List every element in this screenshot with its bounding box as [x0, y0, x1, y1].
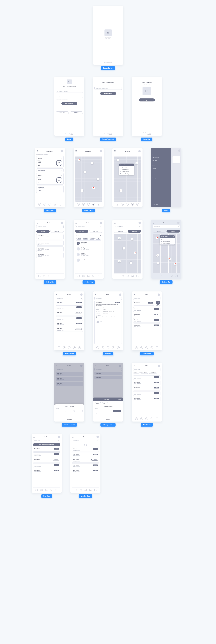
- filter-opt-type[interactable]: Rule Type: [56, 410, 64, 412]
- map-pin-icon[interactable]: 📍: [78, 158, 80, 161]
- search-input[interactable]: Search Rules⚲: [133, 368, 161, 371]
- email-input[interactable]: Example@email.com: [56, 90, 83, 93]
- filter-chip[interactable]: Value 2 ×: [102, 402, 108, 404]
- menu-item-rules[interactable]: Rules: [153, 164, 170, 167]
- nav-filter-icon[interactable]: ▽: [43, 203, 46, 206]
- rule-row[interactable]: Rule NameACTIVE Rule Description: [133, 318, 161, 323]
- last-alarms-toggle[interactable]: Last Alarms⌃ Alarm Level Rule Name: [36, 186, 64, 193]
- device-row[interactable]: Device Name⋯ Device Reading, Feb 2 2020A…: [36, 240, 64, 246]
- search-input[interactable]: Search Alarms⚲: [153, 225, 180, 228]
- tab-readings[interactable]: Readings: [89, 238, 95, 240]
- device-row[interactable]: Device Name⋯ Device Reading, Feb 2 2020A…: [36, 253, 64, 258]
- rule-row[interactable]: Rule NameACTIVE Rule Description: [56, 306, 83, 310]
- search-input[interactable]: Search Rules⚲: [133, 297, 161, 300]
- search-input[interactable]: Search Rules⚲: [56, 297, 83, 300]
- device-row[interactable]: Device Name⋯ Device Reading, Feb 2 2020A…: [36, 246, 64, 252]
- avatar[interactable]: [61, 222, 63, 224]
- map-view[interactable]: 📍 📍 📍 📍 📍 📍: [75, 156, 102, 202]
- tab-overview[interactable]: Overview: [76, 238, 82, 240]
- map-pin-icon[interactable]: 📍: [117, 158, 119, 161]
- map-pin-icon[interactable]: 📍: [81, 189, 83, 192]
- sort-opt[interactable]: Last Edited: [56, 415, 64, 417]
- reset-email-button[interactable]: Get Reset Email: [100, 92, 116, 95]
- new-data-button[interactable]: New Data Available, Update Now: [33, 443, 60, 446]
- menu-icon[interactable]: ☰: [114, 222, 116, 224]
- rule-row[interactable]: Rule NameACTIVE Rule Description: [133, 324, 161, 328]
- search-input[interactable]: Search Alarms⚲: [75, 225, 102, 228]
- filter-opt-date[interactable]: Rule Date: [65, 410, 73, 412]
- rule-row[interactable]: Rule NameINACTIVE Rule Description: [56, 327, 83, 332]
- map-pin-icon[interactable]: 📍: [135, 162, 138, 164]
- seg-map[interactable]: Map View: [50, 230, 64, 233]
- confirm-button[interactable]: CONFIRM: [67, 419, 72, 420]
- confirm-button[interactable]: CONFIRM: [106, 419, 110, 420]
- forgot-back-link[interactable]: I think I remembered it: [94, 96, 122, 97]
- magic-link-button[interactable]: Magic Link: [56, 112, 69, 114]
- close-icon[interactable]: ×: [153, 150, 170, 152]
- map-pin-icon[interactable]: 📍: [91, 162, 93, 164]
- map-view[interactable]: 📍 📍 📍 📍 📍 Device Name× Alarm Level Devic…: [153, 234, 180, 273]
- map-view[interactable]: 📍 📍 📍 Device Name× Alarm Level Device Re…: [114, 156, 141, 202]
- password-input[interactable]: ••••: [56, 95, 83, 98]
- nav-home-icon[interactable]: ⌂: [77, 203, 80, 206]
- forgot-email-input[interactable]: john@development.com: [94, 87, 122, 90]
- map-pin-icon[interactable]: 📍: [84, 170, 86, 173]
- done-button[interactable]: DONE: [118, 399, 121, 400]
- remember-checkbox[interactable]: Remember me & auto login: [56, 98, 83, 100]
- search-input[interactable]: Search Alarms⚲: [114, 225, 141, 228]
- close-icon[interactable]: ×: [173, 236, 174, 237]
- nav-tools-icon[interactable]: ✕: [59, 203, 61, 206]
- nav-moon-icon[interactable]: ◐: [92, 203, 95, 206]
- rule-row[interactable]: Rule Name ACTIVE: [56, 301, 83, 304]
- open-mailbox-button[interactable]: Open My Mailbox: [139, 98, 155, 102]
- menu-item-home[interactable]: Home: [153, 154, 170, 156]
- nav-wifi-icon[interactable]: ⋮: [87, 203, 90, 206]
- nav-filter-icon[interactable]: ▽: [82, 203, 85, 206]
- nav-home-icon[interactable]: ⌂: [38, 203, 41, 206]
- map-pin-icon[interactable]: 📍: [97, 178, 99, 180]
- rule-row[interactable]: Rule NameINACTIVE Rule Description: [133, 312, 161, 317]
- device-row[interactable]: Device Name⋯ Device Reading, Feb 2 2020A…: [36, 234, 64, 240]
- forgot-link[interactable]: Forgot password?: [56, 106, 83, 107]
- avatar[interactable]: [61, 150, 63, 152]
- menu-item-logout[interactable]: ⎋ Log Out: [153, 203, 170, 206]
- menu-icon[interactable]: ☰: [75, 150, 77, 152]
- close-icon[interactable]: ×: [132, 164, 133, 166]
- avatar[interactable]: [100, 222, 102, 224]
- map-pin-icon[interactable]: 📍: [92, 186, 95, 189]
- rule-row[interactable]: Rule NameACTIVE Rule Description: [133, 307, 161, 312]
- rule-row[interactable]: Rule NameACTIVE Rule Description: [56, 322, 83, 326]
- search-input[interactable]: Search Rules⚲: [94, 297, 122, 300]
- menu-item-devices[interactable]: Devices: [153, 159, 170, 162]
- last-readings-toggle[interactable]: Last Readings⌄: [36, 168, 64, 172]
- add-rule-button[interactable]: +: [156, 301, 160, 305]
- nav-moon-icon[interactable]: ◐: [54, 203, 56, 206]
- menu-item-media[interactable]: Media: [153, 167, 170, 170]
- nav-wifi-icon[interactable]: ⋮: [48, 203, 51, 206]
- gear-icon[interactable]: ⚙: [60, 174, 62, 176]
- avatar[interactable]: [100, 150, 102, 152]
- filter-opt-state[interactable]: Rule State: [74, 410, 83, 412]
- seg-list[interactable]: List View: [36, 230, 50, 233]
- rule-row[interactable]: Rule NameINACTIVE Rule Description: [56, 311, 83, 316]
- map-view[interactable]: 📍 📍 📍 📍 📍 📍: [114, 234, 141, 273]
- menu-icon[interactable]: ☰: [75, 222, 77, 224]
- tab-properties[interactable]: Properties: [83, 238, 88, 240]
- menu-icon[interactable]: ☰: [37, 150, 38, 152]
- filter-chip[interactable]: Last Edited ×: [149, 372, 157, 374]
- magic-back-link[interactable]: Never mind, let me login again: [134, 132, 147, 132]
- nav-home-icon[interactable]: ⌂: [116, 203, 118, 206]
- menu-icon[interactable]: ☰: [114, 150, 116, 152]
- map-pin-icon[interactable]: 📍: [120, 189, 122, 192]
- nav-tools-icon[interactable]: ✕: [98, 203, 100, 206]
- connect-button[interactable]: Get Connected: [61, 102, 77, 105]
- tab-logs[interactable]: Logs: [95, 238, 101, 240]
- qr-code-button[interactable]: QR Code: [70, 112, 83, 114]
- filter-chip[interactable]: Rule State ×: [140, 372, 148, 374]
- menu-icon[interactable]: ☰: [37, 222, 38, 224]
- menu-item-alarms[interactable]: Alarms: [153, 162, 170, 164]
- filter-chip[interactable]: Value 1 ×: [95, 402, 101, 404]
- menu-item-help[interactable]: Help & Feedback: [153, 173, 170, 175]
- rule-row[interactable]: Rule NameACTIVE Rule Description: [56, 316, 83, 321]
- menu-item-dashboards[interactable]: Dashboards: [153, 156, 170, 159]
